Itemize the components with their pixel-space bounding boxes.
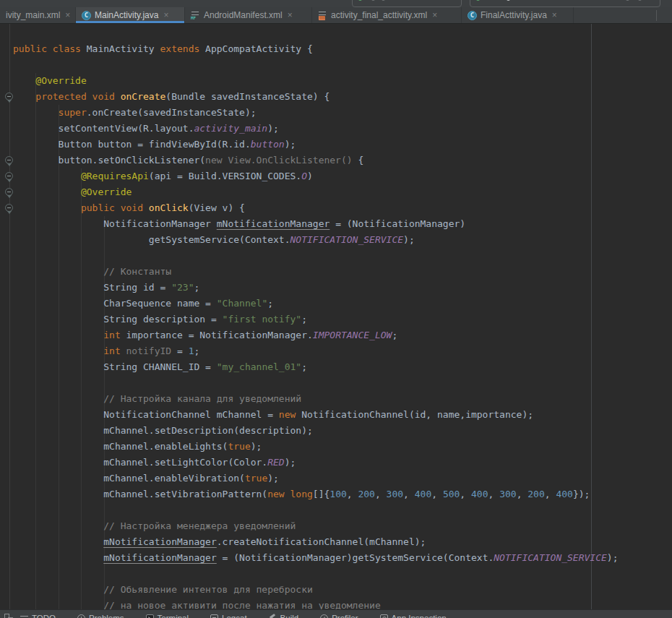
tab-close-icon[interactable]: ×	[163, 10, 168, 20]
code-line	[13, 502, 672, 518]
fold-marker-icon[interactable]	[5, 204, 13, 212]
fold-marker-icon[interactable]	[5, 93, 13, 100]
code-line: int importance = NotificationManager.IMP…	[13, 327, 672, 343]
code-line: mNotificationManager.createNotificationC…	[13, 534, 672, 550]
tool-button-profiler[interactable]: Profiler	[320, 614, 358, 618]
fold-marker-icon[interactable]	[5, 188, 13, 196]
code-line: // Константы	[13, 264, 672, 280]
tool-button-problems[interactable]: Problems	[77, 614, 124, 618]
code-area: public class MainActivity extends AppCom…	[0, 24, 672, 609]
tool-button-app-inspection[interactable]: App Inspection	[380, 614, 447, 618]
tabbar-separator	[656, 10, 657, 21]
code-line: setContentView(R.layout.activity_main);	[13, 121, 672, 137]
tool-button-label: App Inspection	[392, 614, 447, 618]
code-line: int notifyID = 1;	[13, 343, 672, 359]
code-line: mChannel.setDescription(description);	[13, 423, 672, 439]
tool-button-label: Profiler	[332, 614, 358, 618]
todo-icon	[20, 614, 28, 618]
class-file-icon	[82, 11, 91, 20]
code-line	[13, 566, 672, 582]
code-line: @RequiresApi(api = Build.VERSION_CODES.O…	[13, 168, 672, 184]
tool-button-todo[interactable]: TODO	[20, 614, 56, 618]
code-line: CharSequence name = "Channel";	[13, 296, 672, 312]
tab-close-icon[interactable]: ×	[65, 10, 70, 20]
code-line: String id = "23";	[13, 280, 672, 296]
code-line: protected void onCreate(Bundle savedInst…	[13, 89, 672, 105]
tool-button-build[interactable]: Build	[269, 614, 299, 618]
tool-window-bar: TODOProblemsTerminalLogcatBuildProfilerA…	[0, 609, 672, 618]
code-line: @Override	[13, 73, 672, 89]
tool-button-label: Terminal	[158, 614, 189, 618]
code-line: NotificationManager mNotificationManager…	[13, 216, 672, 232]
manifest-file-icon	[191, 11, 200, 20]
code-line: // на новое активити после нажатия на ув…	[13, 598, 672, 609]
code-line	[13, 375, 672, 391]
layout-file-icon	[318, 11, 327, 20]
ide-window: ivity_main.xml×MainActivity.java×Android…	[0, 0, 672, 618]
code-line: mChannel.setLightColor(Color.RED);	[13, 455, 672, 471]
code-line: public class MainActivity extends AppCom…	[13, 41, 672, 57]
run-configuration-combo[interactable]	[352, 0, 462, 7]
tab-label: ivity_main.xml	[6, 10, 60, 20]
code-line: // Настройка канала для уведомлений	[13, 391, 672, 407]
code-line: public void onClick(View v) {	[13, 200, 672, 216]
terminal-icon	[146, 614, 154, 618]
device-selector-combo[interactable]	[470, 0, 660, 7]
tool-button-label: TODO	[32, 614, 56, 618]
code-line: String description = "first notify";	[13, 312, 672, 327]
toolbar-dot-icon	[638, 0, 642, 1]
run-icon	[358, 0, 362, 1]
toolbar-dot-icon	[507, 0, 510, 1]
editor-tab-ivity-main-xml[interactable]: ivity_main.xml×	[0, 7, 76, 23]
code-line	[13, 248, 672, 264]
code-line: getSystemService(Context.NOTIFICATION_SE…	[13, 232, 672, 248]
code-line: @Override	[13, 184, 672, 200]
device-status-icon	[476, 0, 480, 1]
profiler-icon	[320, 614, 328, 618]
tab-label: AndroidManifest.xml	[204, 10, 283, 20]
tab-label: FinalActtivity.java	[481, 10, 547, 20]
toolwindow-corner-icon[interactable]	[4, 614, 13, 618]
tab-label: MainActivity.java	[95, 10, 158, 20]
tab-close-icon[interactable]: ×	[432, 10, 437, 20]
code-line: String CHANNEL_ID = "my_channel_01";	[13, 359, 672, 375]
editor-tab-activity-final-acttivity-xml[interactable]: activity_final_acttivity.xml×	[312, 7, 462, 23]
problems-icon	[77, 614, 85, 618]
code-line	[13, 57, 672, 73]
code-line: mChannel.enableVibration(true);	[13, 471, 672, 486]
toolbar-dot-icon	[371, 0, 375, 1]
tool-button-terminal[interactable]: Terminal	[146, 614, 189, 618]
code-line: super.onCreate(savedInstanceState);	[13, 105, 672, 121]
tool-button-label: Build	[280, 614, 299, 618]
fold-marker-icon[interactable]	[5, 172, 13, 180]
code-line: // Обьявление интентов для переброски	[13, 582, 672, 598]
code-line: button.setOnClickListener(new View.OnCli…	[13, 153, 672, 168]
tab-bar: ivity_main.xml×MainActivity.java×Android…	[0, 7, 672, 24]
fold-marker-icon[interactable]	[5, 156, 13, 164]
tab-close-icon[interactable]: ×	[552, 10, 557, 20]
toolbar-dot-icon	[382, 0, 385, 1]
appinspect-icon	[380, 614, 388, 618]
build-icon	[269, 614, 277, 618]
code-editor[interactable]: public class MainActivity extends AppCom…	[0, 24, 672, 609]
toolbar-dot-icon	[626, 0, 629, 1]
tool-button-label: Problems	[89, 614, 124, 618]
code-line: Button button = findViewById(R.id.button…	[13, 137, 672, 153]
code-line: // Настройка менеджера уведомлений	[13, 518, 672, 534]
code-line: mNotificationManager = (NotificationMana…	[13, 550, 672, 566]
code-line: NotificationChannel mChannel = new Notif…	[13, 407, 672, 423]
editor-tab-mainactivity-java[interactable]: MainActivity.java×	[76, 7, 185, 23]
tool-button-label: Logcat	[222, 614, 247, 618]
class-file-icon	[468, 11, 477, 20]
editor-tab-androidmanifest-xml[interactable]: AndroidManifest.xml×	[185, 7, 312, 23]
editor-tab-finalacttivity-java[interactable]: FinalActtivity.java×	[462, 7, 574, 23]
tool-button-logcat[interactable]: Logcat	[210, 614, 247, 618]
logcat-icon	[210, 614, 218, 618]
tab-label: activity_final_acttivity.xml	[331, 10, 427, 20]
tab-close-icon[interactable]: ×	[288, 10, 293, 20]
code-line: mChannel.enableLights(true);	[13, 439, 672, 455]
code-line: mChannel.setVibrationPattern(new long[]{…	[13, 486, 672, 502]
